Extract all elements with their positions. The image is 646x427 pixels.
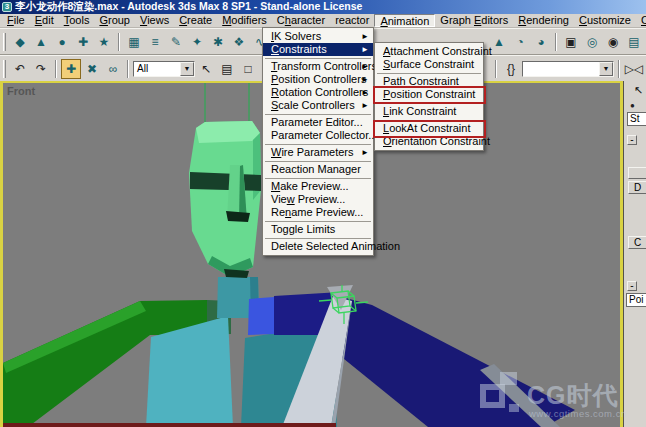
mirror-icon[interactable]: ▷◁ — [624, 59, 644, 79]
undo-icon[interactable]: ↶ — [10, 59, 30, 79]
combo-arrow-icon[interactable]: ▼ — [599, 62, 613, 76]
menu-item-transform-controllers[interactable]: Transform Controllers ► — [263, 60, 373, 73]
dialog-icon[interactable]: ▣ — [561, 32, 581, 52]
rollout-collapse-button[interactable]: - — [627, 135, 637, 145]
annotation-box-lookat-constraint — [373, 120, 486, 138]
bind-to-spacewarp-icon[interactable]: ∞ — [103, 59, 123, 79]
selection-filter-value: All — [137, 63, 148, 74]
panel-button-d[interactable]: D — [628, 181, 646, 194]
material-sphere-icon[interactable]: ◕ — [531, 32, 551, 52]
select-by-name-icon[interactable]: ▤ — [217, 59, 237, 79]
menu-separator — [265, 221, 371, 222]
toolbar-separator — [555, 33, 557, 51]
app-icon: 3 — [2, 2, 12, 12]
menu-item-rotation-controllers[interactable]: Rotation Controllers ► — [263, 86, 373, 99]
menu-group[interactable]: Group — [94, 14, 135, 27]
toolbar-separator — [618, 60, 620, 78]
menu-character[interactable]: Character — [272, 14, 330, 27]
model-head — [189, 121, 261, 278]
menu-item-rename-preview[interactable]: Rename Preview... — [263, 206, 373, 219]
submenu-arrow-icon: ► — [361, 30, 369, 43]
shirt-icon[interactable]: ▲ — [31, 32, 51, 52]
toolbar-grip[interactable] — [3, 60, 6, 78]
menu-separator — [265, 161, 371, 162]
menu-customize[interactable]: Customize — [574, 14, 636, 27]
pivot-icon[interactable]: ✚ — [73, 32, 93, 52]
submenu-arrow-icon: ► — [361, 86, 369, 99]
sphere-icon[interactable]: ● — [52, 32, 72, 52]
submenu-arrow-icon: ► — [361, 60, 369, 73]
radio-dot-icon[interactable]: ● — [630, 101, 635, 110]
panel-field-poi[interactable]: Poi — [626, 293, 646, 307]
menu-cat[interactable]: CAT — [636, 14, 646, 27]
menu-item-reaction-manager[interactable]: Reaction Manager — [263, 163, 373, 176]
menu-item-constraints[interactable]: Constraints ► — [263, 43, 373, 56]
3ds-max-window: { "ui": { "submenu_arrow": "►", "combo_a… — [0, 0, 646, 427]
menu-item-attachment-constraint[interactable]: Attachment Constraint — [375, 45, 483, 58]
toolbar-separator — [495, 60, 497, 78]
menu-item-scale-controllers[interactable]: Scale Controllers ► — [263, 99, 373, 112]
magnifier-icon[interactable]: ◎ — [582, 32, 602, 52]
menu-graph-editors[interactable]: Graph Editors — [435, 14, 513, 27]
bone-helper-lines — [205, 83, 249, 124]
menu-views[interactable]: Views — [135, 14, 174, 27]
viewport-label[interactable]: Front — [7, 85, 35, 97]
panel-button-c[interactable]: C — [628, 236, 646, 249]
menu-item-parameter-editor[interactable]: Parameter Editor... — [263, 116, 373, 129]
menu-item-view-preview[interactable]: View Preview... — [263, 193, 373, 206]
menu-reactor[interactable]: reactor — [330, 14, 374, 27]
wrench-icon[interactable]: ✦ — [187, 32, 207, 52]
panel-button-fragment[interactable] — [628, 167, 646, 179]
gear-icon[interactable]: ✱ — [208, 32, 228, 52]
constraints-submenu: Attachment Constraint Surface Constraint… — [374, 42, 484, 151]
menu-edit[interactable]: Edit — [30, 14, 59, 27]
bottom-red-strip — [3, 423, 336, 427]
menu-item-parameter-collector[interactable]: Parameter Collector... — [263, 129, 373, 142]
panel-field-st[interactable]: St — [627, 112, 646, 126]
menu-animation[interactable]: Animation — [374, 14, 435, 27]
layout-icon[interactable]: ▦ — [124, 32, 144, 52]
menu-item-surface-constraint[interactable]: Surface Constraint — [375, 58, 483, 71]
submenu-arrow-icon: ► — [361, 43, 369, 56]
unlink-selection-icon[interactable]: ✖ — [82, 59, 102, 79]
menu-modifiers[interactable]: Modifiers — [217, 14, 272, 27]
named-sets-combo[interactable]: ▼ — [522, 61, 614, 77]
menu-item-position-controllers[interactable]: Position Controllers ► — [263, 73, 373, 86]
toolbar-grip[interactable] — [3, 33, 6, 51]
character-cube-icon[interactable]: ◆ — [10, 32, 30, 52]
selection-filter-combo[interactable]: All ▼ — [133, 61, 195, 77]
combo-arrow-icon[interactable]: ▼ — [180, 62, 194, 76]
toolbar-separator — [55, 60, 57, 78]
menu-tools[interactable]: Tools — [59, 14, 95, 27]
toolbar-separator — [118, 33, 120, 51]
material-shirt-icon[interactable]: ▲ — [489, 32, 509, 52]
menu-file[interactable]: File — [2, 14, 30, 27]
menu-create[interactable]: Create — [174, 14, 217, 27]
title-bar[interactable]: 3 李小龙动作8渲染.max - Autodesk 3ds Max 8 SP1 … — [0, 0, 646, 14]
snowflake-icon[interactable]: ❖ — [229, 32, 249, 52]
render-scene-icon[interactable]: ◉ — [603, 32, 623, 52]
menu-item-delete-selected-animation[interactable]: Delete Selected Animation — [263, 240, 373, 253]
menu-separator — [377, 73, 481, 74]
menu-item-make-preview[interactable]: Make Preview... — [263, 180, 373, 193]
render-film-icon[interactable]: ▤ — [624, 32, 644, 52]
menu-separator — [265, 114, 371, 115]
menu-item-toggle-limits[interactable]: Toggle Limits — [263, 223, 373, 236]
submenu-arrow-icon: ► — [361, 99, 369, 112]
menu-rendering[interactable]: Rendering — [513, 14, 574, 27]
named-selection-sets-icon[interactable]: {} — [501, 59, 521, 79]
menu-item-link-constraint[interactable]: Link Constraint — [375, 105, 483, 118]
redo-icon[interactable]: ↷ — [31, 59, 51, 79]
meter-icon[interactable]: ◔ — [510, 32, 530, 52]
select-and-link-icon[interactable]: ✚ — [61, 59, 81, 79]
submenu-arrow-icon: ► — [361, 73, 369, 86]
menu-item-wire-parameters[interactable]: Wire Parameters ► — [263, 146, 373, 159]
select-object-icon[interactable]: ↖ — [196, 59, 216, 79]
star-icon[interactable]: ★ — [94, 32, 114, 52]
rollout-collapse-button[interactable]: - — [627, 281, 637, 291]
region-select-icon[interactable]: □ — [238, 59, 258, 79]
menu-item-ik-solvers[interactable]: IK Solvers ► — [263, 30, 373, 43]
pen-icon[interactable]: ✎ — [166, 32, 186, 52]
layers-icon[interactable]: ≡ — [145, 32, 165, 52]
submenu-arrow-icon: ► — [361, 146, 369, 159]
